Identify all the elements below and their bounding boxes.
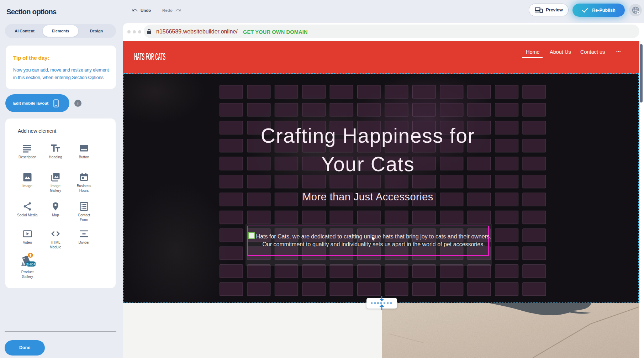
svg-text:SHOP: SHOP xyxy=(26,262,36,266)
